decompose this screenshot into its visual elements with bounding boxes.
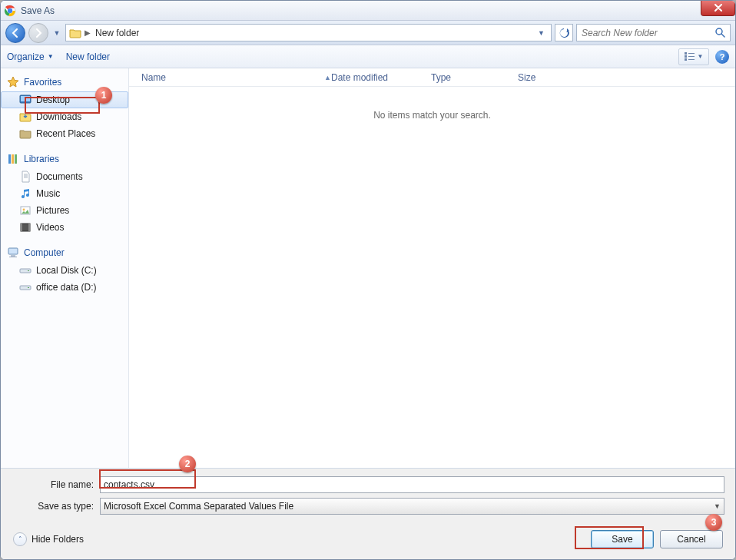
save-as-type-select[interactable]: Microsoft Excel Comma Separated Values F… (100, 498, 724, 515)
column-date[interactable]: Date modified (331, 72, 431, 83)
sidebar-group-favorites: Favorites Desktop Downloads Recent Place… (1, 73, 128, 142)
svg-rect-7 (688, 56, 695, 57)
address-bar[interactable]: ▶ New folder ▼ (65, 24, 552, 41)
file-name-input[interactable] (100, 476, 724, 493)
close-button[interactable] (701, 0, 735, 16)
sidebar-item-videos[interactable]: Videos (1, 219, 128, 236)
column-size[interactable]: Size (518, 72, 595, 83)
desktop-icon (19, 94, 31, 106)
column-date-label: Date modified (331, 72, 388, 83)
svg-rect-25 (28, 287, 29, 288)
nav-history-dropdown[interactable]: ▼ (51, 25, 62, 41)
organize-button[interactable]: Organize ▼ (7, 51, 54, 62)
column-type[interactable]: Type (431, 72, 518, 83)
drive-icon (19, 264, 31, 277)
view-options-button[interactable]: ▼ (678, 48, 709, 65)
svg-rect-12 (12, 154, 14, 164)
chrome-icon (4, 5, 16, 17)
drive-icon (19, 281, 31, 293)
titlebar: Save As (1, 1, 735, 21)
svg-rect-18 (28, 224, 30, 231)
sidebar-header-computer[interactable]: Computer (1, 244, 128, 262)
sidebar-header-favorites[interactable]: Favorites (1, 73, 128, 91)
new-folder-button[interactable]: New folder (66, 51, 110, 62)
file-name-row: File name: (12, 476, 724, 493)
svg-rect-20 (11, 255, 15, 257)
svg-rect-8 (688, 59, 695, 60)
breadcrumb[interactable]: New folder (91, 26, 144, 40)
toolbar: Organize ▼ New folder ▼ ? (1, 45, 735, 68)
svg-rect-3 (685, 52, 687, 55)
sidebar-item-pictures[interactable]: Pictures (1, 202, 128, 219)
organize-label: Organize (7, 51, 45, 62)
help-button[interactable]: ? (715, 50, 729, 64)
svg-rect-4 (685, 55, 687, 58)
column-size-label: Size (518, 72, 535, 83)
sidebar-item-label: Music (36, 188, 60, 199)
sidebar-item-documents[interactable]: Documents (1, 168, 128, 185)
sidebar-header-libraries[interactable]: Libraries (1, 150, 128, 168)
search-box[interactable] (576, 24, 731, 41)
svg-point-1 (8, 8, 12, 12)
sidebar-item-label: Documents (36, 171, 83, 182)
folder-icon (69, 27, 81, 39)
sidebar-group-computer: Computer Local Disk (C:) office data (D:… (1, 244, 128, 296)
save-button[interactable]: Save (591, 530, 654, 548)
sidebar-item-downloads[interactable]: Downloads (1, 108, 128, 125)
sidebar-item-label: Pictures (36, 205, 69, 216)
window-title: Save As (21, 5, 55, 16)
sidebar-item-recent-places[interactable]: Recent Places (1, 125, 128, 142)
hide-folders-label: Hide Folders (31, 534, 84, 545)
file-name-label: File name: (12, 479, 100, 490)
sidebar-item-office-data-d[interactable]: office data (D:) (1, 279, 128, 296)
refresh-button[interactable] (555, 24, 573, 41)
music-icon (19, 187, 31, 200)
svg-rect-19 (8, 248, 18, 254)
nav-back-button[interactable] (5, 23, 25, 43)
computer-label: Computer (24, 247, 65, 258)
search-input[interactable] (580, 27, 714, 39)
bottom-panel: File name: Save as type: Microsoft Excel… (1, 468, 735, 559)
computer-icon (7, 247, 19, 259)
search-icon (714, 27, 727, 39)
svg-rect-11 (8, 154, 11, 164)
documents-icon (19, 171, 31, 183)
column-name[interactable]: Name ▲ (141, 72, 331, 83)
sidebar-item-music[interactable]: Music (1, 185, 128, 202)
column-headers[interactable]: Name ▲ Date modified Type Size (129, 68, 735, 87)
empty-text: No items match your search. (373, 110, 491, 468)
sidebar: Favorites Desktop Downloads Recent Place… (1, 68, 129, 468)
chevron-down-icon: ▼ (714, 502, 721, 510)
hide-folders-button[interactable]: ˄ Hide Folders (13, 532, 84, 546)
sidebar-item-label: office data (D:) (36, 282, 96, 293)
save-as-window: Save As ▼ ▶ New folder ▼ (0, 0, 736, 560)
star-icon (7, 76, 19, 88)
column-name-label: Name (141, 72, 166, 83)
downloads-icon (19, 111, 31, 123)
file-area: Name ▲ Date modified Type Size No items … (129, 68, 735, 468)
svg-rect-13 (15, 154, 17, 164)
nav-bar: ▼ ▶ New folder ▼ (1, 21, 735, 45)
svg-rect-23 (28, 270, 29, 271)
svg-rect-5 (685, 58, 687, 61)
new-folder-label: New folder (66, 51, 110, 62)
libraries-icon (7, 153, 19, 165)
sidebar-item-local-disk-c[interactable]: Local Disk (C:) (1, 262, 128, 279)
save-as-type-row: Save as type: Microsoft Excel Comma Sepa… (12, 498, 724, 515)
chevron-down-icon: ▼ (698, 53, 704, 60)
pictures-icon (19, 204, 31, 217)
recent-places-icon (19, 128, 31, 140)
favorites-label: Favorites (24, 77, 61, 88)
body: Favorites Desktop Downloads Recent Place… (1, 68, 735, 468)
nav-forward-button (28, 23, 48, 43)
save-as-type-label: Save as type: (12, 501, 100, 512)
address-dropdown[interactable]: ▼ (535, 29, 548, 37)
button-row: ˄ Hide Folders Save Cancel (12, 519, 724, 552)
svg-rect-17 (21, 224, 22, 231)
sidebar-item-desktop[interactable]: Desktop (1, 91, 128, 108)
libraries-label: Libraries (24, 154, 59, 164)
sidebar-item-label: Recent Places (36, 128, 95, 139)
window-buttons (701, 0, 735, 16)
cancel-button[interactable]: Cancel (660, 530, 723, 548)
videos-icon (19, 221, 31, 234)
